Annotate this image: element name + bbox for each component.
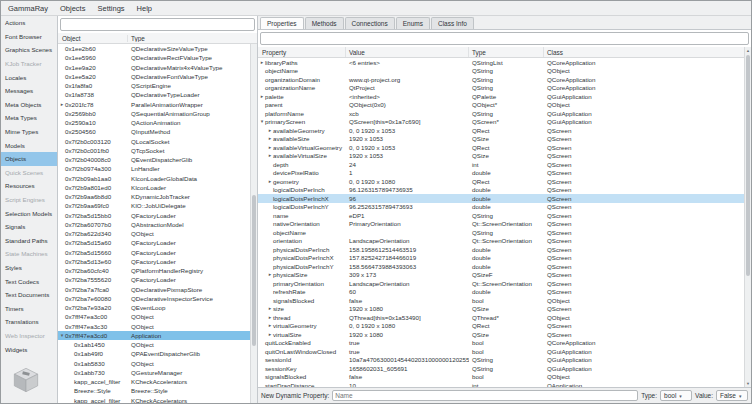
menu-item[interactable]: Help: [131, 1, 158, 15]
property-row[interactable]: devicePixelRatio 1 double QScreen: [258, 169, 744, 178]
sidebar-item[interactable]: Text Codecs: [1, 274, 57, 288]
column-header-class[interactable]: Class: [544, 47, 744, 57]
property-row[interactable]: objectName QString QScreen: [258, 228, 744, 237]
column-header-property[interactable]: Property: [258, 47, 346, 57]
object-tree-row[interactable]: 0x7f2ba5d15660 QFactoryLoader: [58, 248, 257, 257]
sidebar-item[interactable]: Mime Types: [1, 125, 57, 139]
property-row[interactable]: physicalDotsPerInch 158.1958612514463519…: [258, 245, 744, 254]
object-tree-row[interactable]: 0x7f2b0c001fb0 QTcpSocket: [58, 146, 257, 155]
property-row[interactable]: virtualGeometry 0, 0 1920 x 1080 QRect Q…: [258, 322, 744, 331]
object-list-scrollbar[interactable]: [250, 44, 257, 403]
sidebar-item[interactable]: Text Documents: [1, 288, 57, 302]
object-tree-row[interactable]: 0x7fff47ea3c30 QObject: [58, 322, 257, 331]
property-row[interactable]: libraryPaths <6 entries> QStringList QCo…: [258, 58, 744, 67]
property-row[interactable]: availableGeometry 0, 0 1920 x 1053 QRect…: [258, 126, 744, 135]
property-row[interactable]: availableVirtualSize 1920 x 1053 QSize Q…: [258, 152, 744, 161]
column-header-type[interactable]: Type: [128, 35, 257, 42]
sidebar-item[interactable]: Locales: [1, 70, 57, 84]
sidebar-item[interactable]: State Machines: [1, 247, 57, 261]
object-tree-row[interactable]: 0x7f2ba7e93a20 QEventLoop: [58, 303, 257, 312]
property-search-input[interactable]: [260, 32, 749, 45]
object-tree-row[interactable]: 0x7f2ba7a7fca0 QDeclarativePixmapStore: [58, 285, 257, 294]
sidebar-item[interactable]: Objects: [1, 152, 57, 166]
object-tree-row[interactable]: 0x1ee5960 QDeclarativeRectFValueType: [58, 53, 257, 62]
property-row[interactable]: primaryOrientation LandscapeOrientation …: [258, 279, 744, 288]
sidebar-item[interactable]: Signals: [1, 220, 57, 234]
object-tree-row[interactable]: 0x1ee2b60 QDeclarativeSizeValueType: [58, 44, 257, 53]
property-row[interactable]: objectName QString QObject: [258, 67, 744, 76]
scrollbar-thumb[interactable]: [746, 55, 750, 276]
sidebar-item[interactable]: Styles: [1, 261, 57, 275]
property-row[interactable]: logicalDotsPerInchX 96 double QScreen: [258, 194, 744, 203]
object-tree-row[interactable]: 0x7f2b9a801ed0 KIconLoader: [58, 183, 257, 192]
object-tree-row[interactable]: 0x1fa8fa0 QScriptEngine: [58, 81, 257, 90]
object-tree-row[interactable]: 0x7f2ba5d15bb0 QFactoryLoader: [58, 211, 257, 220]
object-tree-row[interactable]: 0x1abb730 QGestureManager: [58, 368, 257, 377]
object-tree-row[interactable]: 0x7f2ba622d340 QObject: [58, 229, 257, 238]
object-tree-row[interactable]: 0x7f2ba5d15a60 QFactoryLoader: [58, 238, 257, 247]
property-row[interactable]: sessionKey 1658602031_605691 QString QGu…: [258, 364, 744, 373]
sidebar-item[interactable]: Timers: [1, 301, 57, 315]
object-tree-row[interactable]: 0x7f2ba5d13e60 QFactoryLoader: [58, 257, 257, 266]
property-row[interactable]: availableSize 1920 x 1053 QSize QScreen: [258, 135, 744, 144]
sidebar-item[interactable]: Meta Objects: [1, 98, 57, 112]
object-tree-row[interactable]: 0x2504560 QInputMethod: [58, 127, 257, 136]
property-row[interactable]: thread QThread[this=0x1a53490] QThread* …: [258, 313, 744, 322]
object-tree-row[interactable]: kapp_accel_filter KCheckAccelerators: [58, 377, 257, 386]
menu-item[interactable]: GammaRay: [2, 1, 54, 15]
object-search-input[interactable]: [60, 18, 255, 31]
property-row[interactable]: platformName xcb QString QGuiApplication: [258, 109, 744, 118]
property-row[interactable]: organizationDomain www.qt-project.org QS…: [258, 75, 744, 84]
sidebar-item[interactable]: Resources: [1, 179, 57, 193]
menu-item[interactable]: Settings: [91, 1, 130, 15]
property-row[interactable]: sessionId 10a7a4706300014544020310000001…: [258, 356, 744, 365]
inspector-tab[interactable]: Connections: [345, 17, 395, 29]
value-combobox[interactable]: False: [716, 390, 748, 401]
sidebar-item[interactable]: Quick Scenes: [1, 166, 57, 180]
object-tree-row[interactable]: 0x7f2b9aa6b8d0 KDynamicJobTracker: [58, 192, 257, 201]
object-tree-row[interactable]: 0x7f2b09ab1aa0 KIconLoaderGlobalData: [58, 174, 257, 183]
property-row[interactable]: primaryScreen QScreen[this=0x1a7c690] QS…: [258, 118, 744, 127]
property-row[interactable]: size 1920 x 1080 QSize QScreen: [258, 305, 744, 314]
scroll-up-arrow-icon[interactable]: [745, 47, 751, 54]
property-list-scrollbar[interactable]: [744, 47, 751, 387]
object-tree-row[interactable]: 0x7f2b0c003120 QLocalSocket: [58, 137, 257, 146]
sidebar-item[interactable]: Actions: [1, 16, 57, 30]
property-row[interactable]: depth 24 int QScreen: [258, 160, 744, 169]
property-row[interactable]: palette <inherited> QPalette QGuiApplica…: [258, 92, 744, 101]
sidebar-item[interactable]: Widgets: [1, 342, 57, 356]
object-tree-row[interactable]: 0x7f2ba7555620 QFactoryLoader: [58, 275, 257, 284]
property-row[interactable]: logicalDotsPerInch 96.1263157894736935 d…: [258, 186, 744, 195]
property-row[interactable]: nativeOrientation PrimaryOrientation Qt:…: [258, 220, 744, 229]
object-tree-row[interactable]: 0x1ee5a20 QDeclarativeFontValueType: [58, 72, 257, 81]
property-row[interactable]: physicalSize 309 x 173 QSizeF QScreen: [258, 271, 744, 280]
property-row[interactable]: physicalDotsPerInchX 157.825242718446601…: [258, 254, 744, 263]
object-tree-row[interactable]: 0x7f2b040008c0 QEventDispatcherGlib: [58, 155, 257, 164]
property-row[interactable]: availableVirtualGeometry 0, 0 1920 x 105…: [258, 143, 744, 152]
object-tree-row[interactable]: 0x1fa8738 QDeclarativeTypeLoader: [58, 90, 257, 99]
object-tree-row[interactable]: 0x1ab5830 QObject: [58, 359, 257, 368]
object-tree-row[interactable]: 0x2590a10 QActionAnimation: [58, 118, 257, 127]
object-tree-row[interactable]: 0x7f2ba60cfc40 QPlatformHandlerRegistry: [58, 266, 257, 275]
object-tree-row[interactable]: 0x7f2b9aa69fc0 KIO::JobUiDelegate: [58, 201, 257, 210]
property-row[interactable]: organizationName QtProject QString QCore…: [258, 84, 744, 93]
property-row[interactable]: parent QObject(0x0) QObject* QObject: [258, 101, 744, 110]
scroll-down-arrow-icon[interactable]: [745, 380, 751, 387]
object-tree-row[interactable]: 0x201fc78 ParallelAnimationWrapper: [58, 100, 257, 109]
sidebar-item[interactable]: Meta Types: [1, 111, 57, 125]
menu-item[interactable]: Objects: [54, 1, 91, 15]
inspector-tab[interactable]: Properties: [260, 17, 304, 29]
column-header-object[interactable]: Object: [58, 35, 128, 42]
property-row[interactable]: geometry 0, 0 1920 x 1080 QRect QScreen: [258, 177, 744, 186]
object-tree-row[interactable]: 0x7f2ba60707b0 QAbstractionModel: [58, 220, 257, 229]
column-header-value[interactable]: Value: [346, 47, 469, 57]
sidebar-item[interactable]: Web Inspector: [1, 329, 57, 343]
sidebar-item[interactable]: Selection Models: [1, 206, 57, 220]
object-tree-row[interactable]: 0x7f2ba7e60080 QDeclarativeInspectorServ…: [58, 294, 257, 303]
property-row[interactable]: quitLockEnabled true bool QCoreApplicati…: [258, 339, 744, 348]
property-row[interactable]: quitOnLastWindowClosed true bool QGuiApp…: [258, 347, 744, 356]
object-tree-row[interactable]: Breeze::Style Breeze::Style: [58, 386, 257, 395]
sidebar-item[interactable]: Translations: [1, 315, 57, 329]
object-tree-row[interactable]: 0x1ab1450 QObject: [58, 340, 257, 349]
object-tree-row[interactable]: 0x7f2b0974a300 LnHandler: [58, 164, 257, 173]
